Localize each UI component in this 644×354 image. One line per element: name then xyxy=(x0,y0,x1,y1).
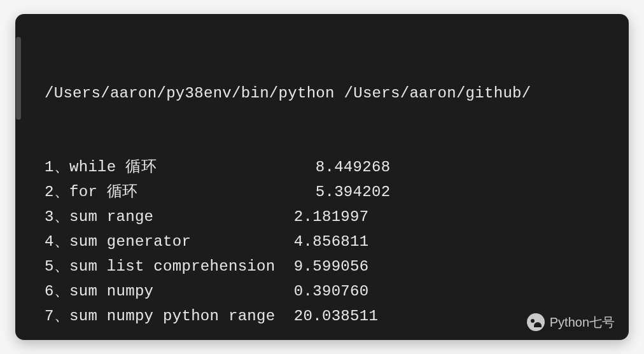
result-row: 4、sum generator 4.856811 xyxy=(45,230,629,255)
result-row: 5、sum list comprehension 9.599056 xyxy=(45,255,629,280)
watermark-text: Python七号 xyxy=(550,314,615,331)
terminal-output: /Users/aaron/py38env/bin/python /Users/a… xyxy=(15,14,629,340)
scrollbar-thumb[interactable] xyxy=(16,37,21,120)
wechat-icon xyxy=(527,313,545,331)
command-line: /Users/aaron/py38env/bin/python /Users/a… xyxy=(45,81,629,106)
watermark: Python七号 xyxy=(527,313,615,331)
result-row: 1、while 循环 8.449268 xyxy=(45,155,629,180)
benchmark-results: 1、while 循环 8.4492682、for 循环 5.3942023、su… xyxy=(45,155,629,329)
result-row: 2、for 循环 5.394202 xyxy=(45,180,629,205)
result-row: 3、sum range 2.181997 xyxy=(45,205,629,230)
result-row: 6、sum numpy 0.390760 xyxy=(45,280,629,304)
terminal-window: /Users/aaron/py38env/bin/python /Users/a… xyxy=(15,14,629,340)
